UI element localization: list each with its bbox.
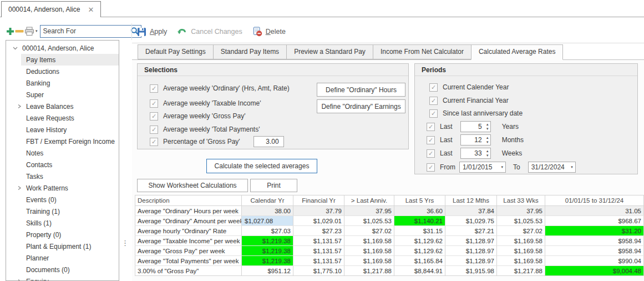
document-tab-employee[interactable]: 000014, Anderson, Alice ✕ — [1, 1, 101, 17]
splitter-grip[interactable]: ⋮ — [121, 242, 129, 244]
checkbox-last-years[interactable]: ✓ — [427, 123, 435, 131]
column-header-description[interactable]: Description — [135, 195, 242, 206]
checkbox-avg-taxable-income[interactable]: ✓ Average weekly 'Taxable Income' — [150, 98, 261, 109]
chevron-right-icon[interactable] — [17, 104, 22, 109]
from-date-dropdown[interactable]: 1/01/2015 ▾ — [459, 162, 506, 173]
table-cell[interactable]: $1,131.57 — [293, 246, 344, 256]
tree-item-documents-0[interactable]: Documents (0) — [21, 264, 119, 275]
tab-preview-a-standard-pay[interactable]: Preview a Standard Pay — [286, 44, 373, 59]
row-description[interactable]: Average "Total Payments" per week — [135, 256, 242, 266]
tree-item-leave-history[interactable]: Leave History — [21, 124, 119, 136]
tab-calculated-average-rates[interactable]: Calculated Average Rates — [471, 44, 564, 60]
table-cell[interactable]: $1,131.57 — [293, 256, 344, 266]
table-cell[interactable]: $1,915.98 — [445, 266, 497, 276]
highlighted-cell[interactable]: $1,219.38 — [242, 236, 293, 246]
tab-default-pay-settings[interactable]: Default Pay Settings — [138, 44, 214, 59]
table-cell[interactable]: $31.15 — [394, 226, 445, 236]
table-cell[interactable]: $1,217.88 — [344, 266, 394, 276]
table-cell[interactable]: $1,775.10 — [293, 266, 344, 276]
row-description[interactable]: Average hourly "Ordinary" Rate — [135, 226, 242, 236]
table-cell[interactable]: $1,025.53 — [497, 216, 545, 226]
table-cell[interactable]: $27.02 — [497, 226, 545, 236]
table-cell[interactable]: $1,169.58 — [497, 256, 545, 266]
highlighted-cell[interactable]: $31.20 — [545, 226, 644, 236]
highlighted-cell[interactable]: $9,004.48 — [545, 266, 644, 276]
tree-item-leave-balances[interactable]: Leave Balances — [21, 101, 119, 112]
table-cell[interactable]: 31.05 — [545, 206, 644, 216]
table-cell[interactable]: 37.95 — [497, 206, 545, 216]
checkbox-current-financial-year[interactable]: ✓ Current Financial Year — [429, 95, 509, 106]
spinner-arrows-icon[interactable]: ▲▼ — [486, 149, 489, 158]
highlighted-cell[interactable]: $1,140.21 — [394, 216, 445, 226]
table-cell[interactable]: $1,169.58 — [344, 236, 394, 246]
table-cell[interactable]: $951.12 — [242, 266, 293, 276]
column-header-01-01-15-to-31-12-24[interactable]: 01/01/15 to 31/12/24 — [545, 195, 644, 206]
checkbox-avg-gross-pay[interactable]: ✓ Average weekly 'Gross Pay' — [150, 111, 245, 122]
table-cell[interactable]: 37.79 — [293, 206, 344, 216]
table-cell[interactable]: $1,169.58 — [497, 236, 545, 246]
table-cell[interactable]: $1,128.97 — [445, 256, 497, 266]
table-cell[interactable]: $1,025.53 — [344, 216, 394, 226]
printer-dropdown-caret-icon[interactable]: ▾ — [36, 29, 38, 33]
define-ordinary-earnings-button[interactable]: Define "Ordinary" Earnings — [317, 99, 405, 113]
checkbox-current-calendar-year[interactable]: ✓ Current Calender Year — [429, 82, 509, 93]
table-cell[interactable]: $1,169.58 — [344, 246, 394, 256]
table-cell[interactable]: $1,029.75 — [445, 216, 497, 226]
tree-item-deductions[interactable]: Deductions — [21, 66, 119, 77]
row-description[interactable]: Average "Ordinary" Hours per week — [135, 206, 242, 216]
tree-item-fbt-exempt-foreign-income[interactable]: FBT / Exempt Foreign Income — [21, 136, 119, 147]
table-cell[interactable]: $1,129.62 — [394, 246, 445, 256]
column-header-last-5-yrs[interactable]: Last 5 Yrs — [394, 195, 445, 206]
tab-standard-pay-items[interactable]: Standard Pay Items — [213, 44, 287, 59]
tab-income-from-net-calculator[interactable]: Income From Net Calculator — [373, 44, 471, 59]
show-worksheet-button[interactable]: Show Worksheet Calculations — [137, 179, 248, 192]
search-input[interactable] — [40, 26, 130, 37]
table-cell[interactable]: $958.94 — [545, 246, 644, 256]
tree-item-enquiry[interactable]: Enquiry — [21, 275, 119, 281]
close-icon[interactable]: ✕ — [88, 6, 94, 13]
table-cell[interactable]: $1,217.88 — [497, 266, 545, 276]
define-ordinary-hours-button[interactable]: Define "Ordinary" Hours — [317, 83, 405, 97]
chevron-right-icon[interactable] — [17, 185, 22, 190]
to-date-dropdown[interactable]: 31/12/2024 ▾ — [528, 162, 576, 173]
checkbox-last-months[interactable]: ✓ — [427, 136, 435, 144]
table-cell[interactable]: 37.84 — [445, 206, 497, 216]
checkbox-percentage-gross-pay[interactable]: ✓ Percentage of 'Gross Pay' — [150, 136, 284, 147]
table-cell[interactable]: $990.04 — [545, 256, 644, 266]
table-cell[interactable]: $1,029.01 — [293, 216, 344, 226]
tree-item-banking[interactable]: Banking — [21, 77, 119, 89]
table-cell[interactable]: $1,169.58 — [497, 246, 545, 256]
row-description[interactable]: Average "Taxable Income" per week — [135, 236, 242, 246]
tree-item-contacts[interactable]: Contacts — [21, 159, 119, 170]
table-cell[interactable]: $27.02 — [344, 226, 394, 236]
tree-item-pay-items[interactable]: Pay Items — [21, 54, 119, 66]
checkbox-since-last-anniversary[interactable]: ✓ Since last anniversary date — [429, 108, 523, 119]
table-cell[interactable]: $1,128.97 — [445, 246, 497, 256]
chevron-down-icon[interactable] — [13, 46, 18, 51]
table-cell[interactable]: $968.67 — [545, 216, 644, 226]
table-cell[interactable]: $8,844.91 — [394, 266, 445, 276]
weeks-value[interactable] — [461, 149, 482, 157]
print-button[interactable]: Print — [250, 179, 297, 192]
tree-item-training-1[interactable]: Training (1) — [21, 205, 119, 217]
remove-button[interactable] — [15, 24, 24, 38]
highlighted-cell[interactable]: $1,219.38 — [242, 246, 293, 256]
table-cell[interactable]: 37.95 — [344, 206, 394, 216]
percentage-input[interactable] — [253, 136, 284, 147]
column-header-calendar-yr[interactable]: Calendar Yr — [242, 195, 293, 206]
tree-item-tasks[interactable]: Tasks — [21, 170, 119, 182]
table-cell[interactable]: $1,165.84 — [394, 256, 445, 266]
tree-item-leave-requests[interactable]: Leave Requests — [21, 112, 119, 124]
checkbox-date-range[interactable]: ✓ — [427, 163, 435, 172]
tree-item-plant-equipment-1[interactable]: Plant & Equipment (1) — [21, 240, 119, 252]
table-cell[interactable]: $27.21 — [445, 226, 497, 236]
delete-button[interactable]: Delete — [252, 27, 286, 37]
cancel-changes-button[interactable]: Cancel Changes — [177, 27, 242, 36]
checkbox-avg-ordinary[interactable]: ✓ Average weekly 'Ordinary' (Hrs, Amt, R… — [150, 83, 290, 94]
column-header-last-33-wks[interactable]: Last 33 Wks — [497, 195, 545, 206]
tree-item-notes[interactable]: Notes — [21, 147, 119, 159]
months-value[interactable] — [461, 136, 482, 144]
tree-item-skills-1[interactable]: Skills (1) — [21, 217, 119, 229]
print-tree-button[interactable] — [24, 24, 35, 38]
table-cell[interactable]: $958.94 — [545, 236, 644, 246]
